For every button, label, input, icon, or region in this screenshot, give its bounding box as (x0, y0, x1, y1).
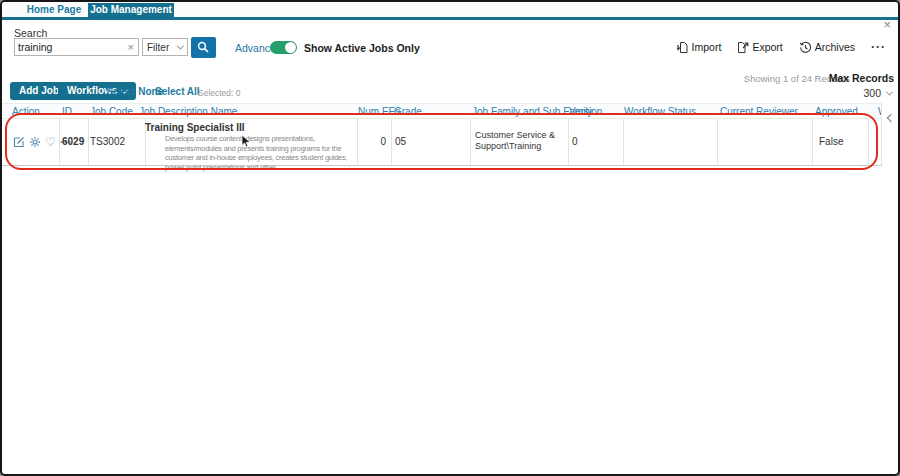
tab-job-management[interactable]: Job Management (88, 3, 174, 17)
cell-id: 6029 (62, 136, 84, 147)
cell-grade: 05 (395, 136, 406, 147)
tab-bar: Home Page Job Management (2, 2, 898, 17)
search-button[interactable] (191, 37, 216, 58)
column-divider (88, 119, 89, 165)
clear-search-icon[interactable]: × (124, 41, 138, 53)
col-approved[interactable]: Approved (815, 106, 858, 117)
filter-dropdown-value: Filter (147, 42, 169, 53)
cell-job-description: Develops course content, designs present… (165, 134, 362, 172)
settings-gear-icon[interactable] (29, 136, 41, 148)
collapse-panel-chevron[interactable] (888, 107, 894, 125)
cell-job-family: Customer Service & Support\Training (475, 130, 569, 152)
max-records-dropdown[interactable]: 300 (863, 87, 892, 99)
col-clipped[interactable]: W (878, 106, 882, 117)
col-job-description-name[interactable]: Job Description Name (139, 106, 237, 117)
col-action[interactable]: Action (12, 106, 40, 117)
max-records-value: 300 (863, 87, 881, 99)
archives-history-icon (799, 41, 812, 54)
max-records-label: Max Records (829, 72, 894, 84)
search-input-wrap: × (14, 38, 139, 56)
column-divider (623, 119, 624, 165)
close-icon[interactable]: × (883, 19, 891, 31)
cell-approved: False (819, 136, 843, 147)
filter-dropdown[interactable]: Filter (142, 38, 188, 56)
archives-button[interactable]: Archives (799, 41, 855, 54)
tab-underline (2, 17, 898, 20)
chevron-down-icon (886, 88, 893, 95)
import-icon (677, 41, 689, 54)
app-window: Home Page Job Management × Search × Filt… (0, 0, 900, 476)
active-jobs-toggle[interactable] (270, 41, 297, 54)
column-divider (717, 119, 718, 165)
edit-icon[interactable] (13, 136, 25, 148)
col-id[interactable]: ID (62, 106, 72, 117)
tab-home-page[interactable]: Home Page (18, 3, 90, 17)
export-icon (737, 41, 749, 54)
search-input[interactable] (15, 41, 124, 53)
export-label: Export (752, 41, 782, 53)
table-header: Action ID Job Code Job Description Name … (2, 103, 882, 119)
column-divider (812, 119, 813, 165)
col-workflow-status[interactable]: Workflow Status (624, 106, 696, 117)
import-label: Import (692, 41, 722, 53)
more-options-icon[interactable]: ··· (871, 40, 886, 54)
column-divider (391, 119, 392, 165)
import-button[interactable]: Import (677, 41, 722, 54)
cell-version: 0 (572, 136, 578, 147)
cell-num-ees: 0 (357, 136, 386, 147)
favorite-heart-icon[interactable]: ♡ (45, 137, 56, 148)
export-button[interactable]: Export (737, 41, 782, 54)
col-current-reviewer[interactable]: Current Reviewer (720, 106, 798, 117)
toggle-knob (285, 42, 296, 53)
archives-label: Archives (815, 41, 855, 53)
column-divider (868, 119, 869, 165)
selected-count: Selected: 0 (198, 88, 241, 98)
cell-job-title[interactable]: Training Specialist III (145, 122, 244, 133)
chevron-down-icon (177, 42, 184, 49)
active-jobs-toggle-label: Show Active Jobs Only (304, 42, 420, 54)
column-divider (470, 119, 471, 165)
select-all-link[interactable]: Select All (155, 86, 200, 97)
col-grade[interactable]: Grade (394, 106, 422, 117)
col-job-code[interactable]: Job Code (90, 106, 133, 117)
table-row[interactable]: ♡ ··· 6029 TS3002 Training Specialist II… (2, 119, 882, 166)
search-icon (197, 41, 210, 54)
cell-job-code: TS3002 (90, 136, 125, 147)
top-actions: Import Export Archives ··· (677, 40, 886, 54)
col-version[interactable]: Version (569, 106, 602, 117)
